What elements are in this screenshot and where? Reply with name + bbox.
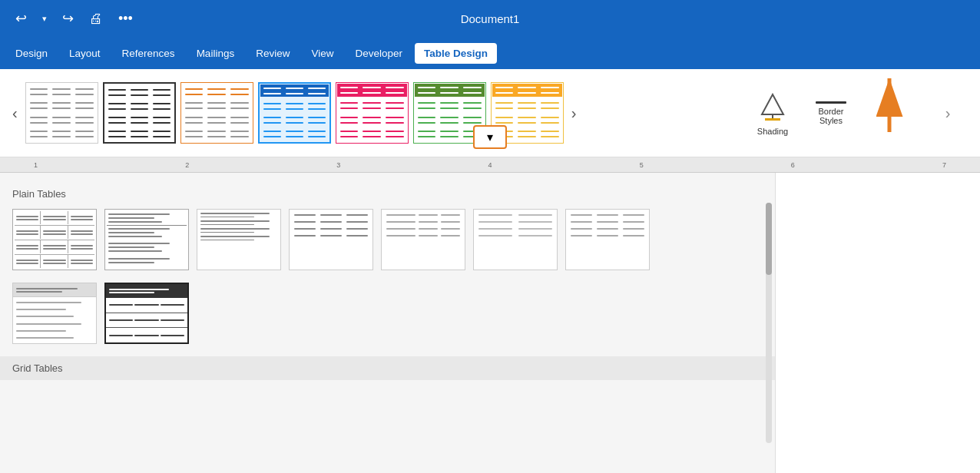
undo-icon[interactable]: ↩ <box>12 7 30 30</box>
plain-style-8[interactable] <box>104 283 189 344</box>
undo-dropdown-icon[interactable]: ▾ <box>39 11 50 27</box>
scrollbar-track[interactable] <box>766 203 772 443</box>
plain-style-7[interactable] <box>12 283 97 344</box>
ribbon-scroll-right[interactable]: › <box>568 104 580 122</box>
ribbon: ‹ <box>0 69 980 157</box>
ribbon-scroll-left[interactable]: ‹ <box>9 104 21 122</box>
document-title: Document1 <box>461 12 520 25</box>
redo-icon[interactable]: ↪ <box>59 7 77 30</box>
ruler-mark-1: 1 <box>34 161 38 169</box>
plain-style-0[interactable] <box>12 209 97 270</box>
menu-item-developer[interactable]: Developer <box>346 43 412 64</box>
table-style-4[interactable] <box>336 82 409 144</box>
plain-tables-grid-2 <box>12 283 763 344</box>
ruler-mark-6: 6 <box>791 161 795 169</box>
border-styles-button[interactable]: BorderStyles <box>808 101 854 125</box>
plain-style-6[interactable] <box>565 209 650 270</box>
menu-item-table-design[interactable]: Table Design <box>415 43 497 64</box>
chevron-right-area: › <box>925 104 971 122</box>
menu-item-view[interactable]: View <box>302 43 343 64</box>
more-icon[interactable]: ••• <box>115 8 136 30</box>
ruler-mark-4: 4 <box>488 161 492 169</box>
arrow-annotation-container <box>866 78 912 147</box>
border-line-icon <box>816 101 846 104</box>
svg-marker-0 <box>762 94 783 114</box>
ruler-content: 1 2 3 4 5 6 7 <box>3 161 977 169</box>
plain-style-4[interactable] <box>381 209 465 270</box>
plain-style-5[interactable] <box>473 209 558 270</box>
title-bar: ↩ ▾ ↪ 🖨 ••• Document1 <box>0 0 980 37</box>
plain-tables-section-title: Plain Tables <box>12 188 763 200</box>
shading-button[interactable]: Shading <box>750 90 796 136</box>
ruler-mark-3: 3 <box>336 161 340 169</box>
plain-style-2[interactable] <box>197 209 281 270</box>
menu-item-review[interactable]: Review <box>247 43 299 64</box>
dropdown-panel[interactable]: Plain Tables <box>0 173 776 473</box>
menu-item-references[interactable]: References <box>113 43 184 64</box>
ruler-mark-7: 7 <box>942 161 946 169</box>
border-styles-label: BorderStyles <box>808 107 854 125</box>
ribbon-right: Shading BorderStyles › <box>750 78 971 147</box>
plain-style-1[interactable] <box>104 209 189 270</box>
table-style-3[interactable] <box>258 82 331 144</box>
svg-rect-2 <box>765 118 780 121</box>
table-style-2[interactable] <box>180 82 253 144</box>
ruler-mark-5: 5 <box>640 161 644 169</box>
scrollbar-thumb[interactable] <box>766 203 772 275</box>
document-right-panel <box>776 173 980 473</box>
orange-arrow <box>859 63 920 140</box>
ruler-mark-2: 2 <box>185 161 189 169</box>
dropdown-button[interactable]: ▾ <box>473 125 507 149</box>
menu-item-layout[interactable]: Layout <box>60 43 110 64</box>
plain-style-3[interactable] <box>289 209 373 270</box>
grid-tables-title: Grid Tables <box>12 362 763 374</box>
ruler: 1 2 3 4 5 6 7 <box>0 157 980 173</box>
table-style-1[interactable] <box>103 82 176 144</box>
menu-item-mailings[interactable]: Mailings <box>187 43 244 64</box>
chevron-down-icon: ▾ <box>487 130 493 144</box>
menu-bar: Design Layout References Mailings Review… <box>0 37 980 69</box>
plain-tables-grid <box>12 209 763 270</box>
shading-label: Shading <box>757 127 788 136</box>
title-bar-left: ↩ ▾ ↪ 🖨 ••• <box>12 7 136 30</box>
print-icon[interactable]: 🖨 <box>86 8 106 30</box>
menu-item-design[interactable]: Design <box>6 43 57 64</box>
doc-area: Plain Tables <box>0 173 980 473</box>
shading-icon <box>756 90 790 124</box>
grid-tables-section: Grid Tables <box>0 356 775 380</box>
table-style-0[interactable] <box>25 82 98 144</box>
